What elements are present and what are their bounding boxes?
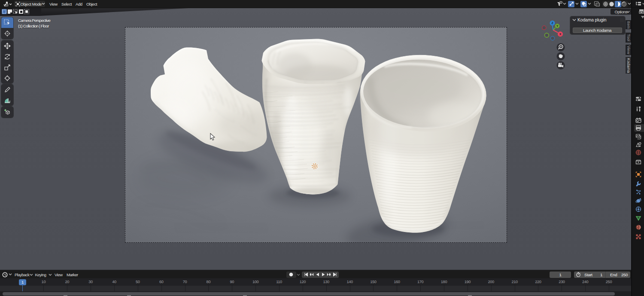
svg-text:X: X [559, 33, 562, 36]
svg-text:Z: Z [551, 21, 553, 24]
svg-text:Y: Y [556, 24, 559, 27]
